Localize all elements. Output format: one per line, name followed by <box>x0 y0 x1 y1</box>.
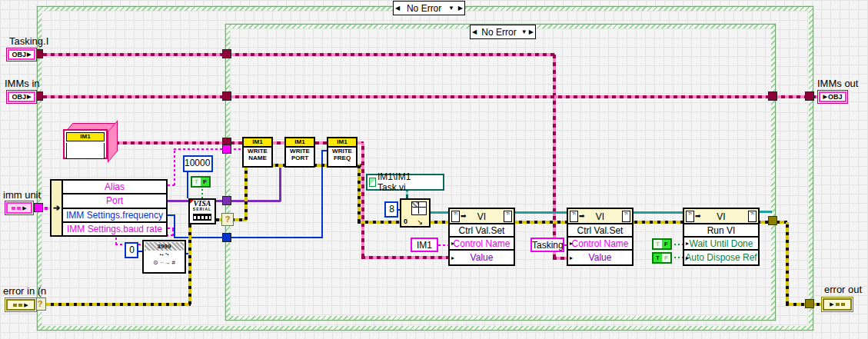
wire-wait-until-done <box>670 244 683 245</box>
wire-frequency <box>321 150 327 151</box>
imms-out-terminal[interactable]: ▶OBJ <box>817 90 848 104</box>
true-constant-dispose[interactable]: T F <box>652 252 672 264</box>
case-dropdown-icon[interactable]: ▼ <box>448 5 454 12</box>
wire-frequency <box>174 214 175 238</box>
next-case-arrow[interactable]: ▶ <box>529 29 534 35</box>
unbundle-field-baud-rate[interactable]: IMM Settings.baud rate <box>62 221 168 237</box>
obj-arrow-icon: ▶ <box>823 94 827 100</box>
terminal-arrow-icon: ▶ <box>830 301 833 307</box>
labview-block-diagram: ? ? ◀ No Error ▼ ▶ ◀ No Error ▼ ▶ Taskin… <box>0 0 868 339</box>
false-constant-wait[interactable]: T F <box>652 238 672 250</box>
vi-banner: IM1 <box>244 138 271 148</box>
obj-text: OBJ <box>828 93 843 101</box>
invoke-header: ?! ➡ VI ?! <box>448 208 515 224</box>
tasking-string-constant[interactable]: Tasking <box>530 238 564 252</box>
im1-string-constant[interactable]: IM1 <box>411 238 438 252</box>
wire-error <box>786 222 789 304</box>
outer-case-selector[interactable]: ◀ No Error ▼ ▶ <box>393 1 465 15</box>
outer-case-name: No Error <box>404 3 444 14</box>
cube-body <box>66 143 105 159</box>
unbundle-by-name-node[interactable]: ➔ Alias Port IMM Settings.frequency IMM … <box>50 179 168 237</box>
wire-visa-false <box>201 188 203 198</box>
path-icon <box>369 178 376 187</box>
wire-tasking-class <box>553 257 567 260</box>
decimal-string-to-number-node[interactable]: 3999 ▪+ *▪ ⊙ ··→ # <box>142 240 186 274</box>
wire-error <box>786 303 821 306</box>
wire-imms-class <box>35 95 820 98</box>
error-in-label: error in (n <box>3 285 46 297</box>
baud-rate-constant[interactable]: 10000 <box>183 155 213 172</box>
im1-write-name-vi[interactable]: IM1 WRITENAME <box>242 137 273 168</box>
tunnel-imms-inner-right <box>768 91 777 101</box>
tasking-terminal[interactable]: OBJ▶ <box>6 48 37 61</box>
inner-case-structure[interactable] <box>225 24 776 321</box>
tunnel-imms-outer-right <box>805 91 814 101</box>
bool-true-cell: T <box>192 178 201 186</box>
wire-im1-class <box>361 143 364 258</box>
wire-visa-resource <box>168 200 188 202</box>
false-constant-visa[interactable]: T F <box>191 176 211 188</box>
prev-case-arrow[interactable]: ◀ <box>395 5 400 12</box>
invoke-class: VI <box>684 211 758 222</box>
wire-tasking-class <box>553 55 556 258</box>
unbundle-field-frequency[interactable]: IMM Settings.frequency <box>62 208 168 223</box>
s2n-glyph-row: ▪+ *▪ <box>144 251 185 258</box>
next-case-arrow[interactable]: ▶ <box>458 5 463 12</box>
invoke-param-value[interactable]: ▸Value <box>567 249 634 266</box>
open-vi-reference-node[interactable]: 0 ↘ <box>400 198 431 228</box>
imms-in-label: IMMs in <box>5 78 40 89</box>
wire-error <box>244 165 248 220</box>
visa-dip-switch-icon <box>193 214 211 221</box>
imms-in-terminal[interactable]: OBJ▶ <box>6 90 37 104</box>
bool-false-cell: F <box>662 254 670 262</box>
wire-frequency <box>174 237 323 238</box>
tasking-label: Tasking.I <box>9 35 48 47</box>
bool-true-cell: T <box>653 254 662 262</box>
inner-case-name: No Error <box>478 27 519 38</box>
error-out-label: error out <box>824 284 862 295</box>
visa-corner-mark <box>190 200 194 204</box>
obj-arrow-icon: ▶ <box>27 52 31 58</box>
invoke-node-ctrl-val-set-2[interactable]: ?! ➡ VI ?! Ctrl Val.Set ▸Control Name ▸V… <box>567 208 634 266</box>
case-selector-terminal-inner: ? <box>221 213 234 226</box>
invoke-param-auto-dispose-ref[interactable]: ▸Auto Dispose Ref <box>683 249 760 266</box>
eight-constant[interactable]: 8 <box>384 201 398 218</box>
visa-subtitle: SERIAL <box>190 208 215 211</box>
options-zero: 0 <box>404 218 407 225</box>
vi-path-text: IM1\IM1 Task.vi <box>377 171 441 193</box>
refnum-badge-icon: ?! <box>748 211 757 222</box>
wire-vi-reference <box>760 211 772 213</box>
cursor-icon: ↘ <box>417 218 423 226</box>
refnum-badge-icon: ?! <box>622 211 630 222</box>
imm-unit-terminal[interactable]: ▶ <box>5 201 34 215</box>
error-in-terminal[interactable]: ▶ <box>5 297 37 312</box>
unbundle-field-alias[interactable]: Alias <box>62 179 168 194</box>
case-dropdown-icon[interactable]: ▼ <box>521 29 527 35</box>
invoke-node-ctrl-val-set-1[interactable]: ?! ➡ VI ?! Ctrl Val.Set ▸Control Name ▸V… <box>448 208 515 266</box>
wire-im1-class <box>361 256 448 259</box>
wire-error <box>358 164 361 222</box>
wire-error <box>188 224 191 304</box>
wire-im1-class <box>108 141 364 145</box>
zero-constant[interactable]: 0 <box>125 242 138 258</box>
obj-text: OBJ <box>12 93 27 101</box>
invoke-node-run-vi[interactable]: ?! ➡ VI ?! Run VI ▸Wait Until Done ▸Auto… <box>683 208 760 266</box>
s2n-banner: 3999 <box>145 242 184 251</box>
inner-case-selector[interactable]: ◀ No Error ▼ ▶ <box>470 25 536 39</box>
vi-path-constant[interactable]: IM1\IM1 Task.vi <box>366 174 444 191</box>
im1-write-freq-vi[interactable]: IM1 WRITEFREQ <box>327 137 358 168</box>
bool-false-cell: F <box>201 178 209 186</box>
refnum-badge-icon: ?! <box>504 211 512 222</box>
invoke-header: ?! ➡ VI ?! <box>567 208 634 224</box>
unbundle-field-port[interactable]: Port <box>62 193 168 208</box>
wire-auto-dispose <box>670 257 683 258</box>
wire-alias-string <box>174 149 175 185</box>
visa-configure-serial-port-node[interactable]: VISA SERIAL <box>188 198 216 224</box>
unbundle-arrow-icon: ➔ <box>53 203 60 213</box>
prev-case-arrow[interactable]: ◀ <box>472 29 477 35</box>
tunnel-alias <box>222 145 231 154</box>
invoke-param-value[interactable]: ▸Value <box>448 249 515 266</box>
im1-write-port-vi[interactable]: IM1 WRITEPORT <box>284 137 315 168</box>
wire-error <box>35 303 191 306</box>
error-out-terminal[interactable]: ▶ <box>821 297 853 312</box>
